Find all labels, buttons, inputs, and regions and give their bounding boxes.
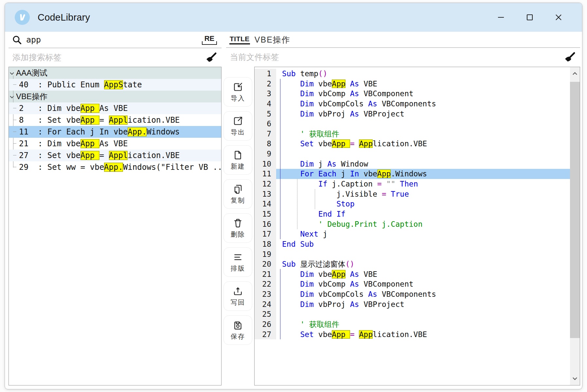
code-line[interactable]: 14 Stop (255, 199, 570, 209)
import-button[interactable]: 导入 (223, 77, 252, 107)
chevron-down-icon (10, 96, 14, 98)
code-line[interactable]: 9 (255, 149, 570, 159)
code-line[interactable]: 20Sub 显示过滤窗体() (255, 259, 570, 269)
search-tag-bar (9, 48, 222, 67)
tree-group[interactable]: AAA测试 (9, 67, 221, 79)
code-line[interactable]: 10 Dim j As Window (255, 159, 570, 169)
code-line[interactable]: 4 Dim vbCompCols As VBComponents (255, 99, 570, 109)
clear-file-tags-broom-icon[interactable] (563, 51, 576, 63)
code-line[interactable]: 16 ' Debug.Print j.Caption (255, 219, 570, 229)
search-input[interactable] (26, 35, 202, 45)
code-line[interactable]: 23 Dim vbCompCols As VBComponents (255, 289, 570, 299)
file-tag-bar (226, 48, 580, 66)
line-number: 6 (255, 119, 276, 129)
line-number: 12 (255, 179, 276, 189)
tree-group[interactable]: VBE操作 (9, 91, 221, 102)
copy-icon (232, 184, 244, 195)
snippet-item[interactable]: 21 : Dim vbeApp As VBE (9, 138, 221, 150)
code-line[interactable]: 6 (255, 119, 570, 129)
scroll-down-arrow[interactable] (570, 372, 580, 385)
code-line[interactable]: 8 Set vbeApp = Application.VBE (255, 139, 570, 149)
copy-button[interactable]: 复制 (223, 179, 252, 209)
snippet-item[interactable]: 11 : For Each j In vbeApp.Windows (9, 126, 221, 138)
line-number: 23 (255, 289, 276, 299)
code-line[interactable]: 5 Dim vbProj As VBProject (255, 109, 570, 119)
line-number: 1 (255, 69, 276, 79)
line-number: 20 (255, 259, 276, 269)
line-number: 27 (255, 330, 276, 340)
export-icon (232, 116, 244, 127)
save-button[interactable]: 保存 (223, 315, 252, 345)
line-number: 9 (255, 149, 276, 159)
writeback-button[interactable]: 写回 (223, 281, 252, 311)
trash-icon (232, 218, 244, 229)
minimize-button[interactable] (496, 12, 506, 23)
code-line[interactable]: 11 For Each j In vbeApp.Windows (255, 169, 570, 179)
code-line[interactable]: 13 j.Visible = True (255, 189, 570, 199)
indent-guide (297, 179, 297, 229)
close-button[interactable] (553, 12, 564, 23)
snippet-item[interactable]: 27 : Set vbeApp = Application.VBE (9, 150, 221, 161)
line-number: 14 (255, 199, 276, 209)
line-number: 15 (255, 209, 276, 219)
code-editor[interactable]: 1Sub temp()2 Dim vbeApp As VBE3 Dim vbCo… (254, 67, 580, 385)
delete-button[interactable]: 删除 (223, 213, 252, 243)
file-title[interactable]: VBE操作 (255, 34, 291, 45)
line-number: 13 (255, 189, 276, 199)
vertical-scrollbar[interactable] (570, 67, 580, 385)
line-number: 19 (255, 249, 276, 259)
save-floppy-icon (232, 320, 244, 331)
snippet-item[interactable]: 8 : Set vbeApp = Application.VBE (9, 114, 221, 126)
export-button[interactable]: 导出 (223, 111, 252, 141)
line-number: 4 (255, 99, 276, 109)
code-line[interactable]: 2 Dim vbeApp As VBE (255, 79, 570, 89)
scrollbar-thumb[interactable] (570, 82, 580, 338)
title-label: TITLE (229, 35, 250, 45)
code-line[interactable]: 12 If j.Caption = "" Then (255, 179, 570, 189)
code-line[interactable]: 7 ' 获取组件 (255, 129, 570, 139)
toolbar: 导入 导出 新建 (222, 67, 254, 385)
snippet-item[interactable]: 2 : Dim vbeApp As VBE (9, 102, 221, 114)
code-line[interactable]: 22 Dim vbComp As VBComponent (255, 279, 570, 289)
scroll-up-arrow[interactable] (570, 67, 580, 80)
file-tag-input[interactable] (229, 52, 563, 62)
app-title: CodeLibrary (38, 12, 90, 23)
line-number: 18 (255, 239, 276, 249)
code-line[interactable]: 17 Next j (255, 229, 570, 239)
search-tag-input[interactable] (12, 52, 205, 62)
snippet-item[interactable]: 40 : Public Enum AppState (9, 79, 221, 91)
clear-tags-broom-icon[interactable] (205, 51, 218, 64)
maximize-button[interactable] (525, 12, 535, 23)
search-icon (12, 35, 22, 45)
code-line[interactable]: 25 (255, 309, 570, 319)
code-line[interactable]: 26 ' 获取组件 (255, 319, 570, 330)
line-number: 22 (255, 279, 276, 289)
app-logo-icon (15, 10, 30, 25)
code-line[interactable]: 24 Dim vbProj As VBProject (255, 299, 570, 310)
snippet-list[interactable]: AAA测试40 : Public Enum AppStateVBE操作2 : D… (9, 67, 222, 385)
line-number: 21 (255, 269, 276, 279)
code-line[interactable]: 3 Dim vbComp As VBComponent (255, 89, 570, 99)
code-line[interactable]: 15 End If (255, 209, 570, 219)
code-line[interactable]: 21 Dim vbeApp As VBE (255, 269, 570, 279)
code-line[interactable]: 1Sub temp() (255, 69, 570, 79)
regex-toggle-icon[interactable]: RE (202, 35, 217, 45)
indent-guide (315, 189, 315, 209)
format-button[interactable]: 排版 (223, 247, 252, 277)
line-number: 5 (255, 109, 276, 119)
file-title-bar: TITLE VBE操作 (226, 32, 580, 48)
indent-guide (280, 79, 280, 239)
snippet-item[interactable]: 29 : Set ww = vbeApp.Windows("Filter VB … (9, 161, 221, 173)
line-number: 17 (255, 229, 276, 239)
code-line[interactable]: 27 Set vbeApp = Application.VBE (255, 330, 570, 340)
upload-icon (232, 286, 244, 297)
search-bar: RE (9, 32, 222, 48)
new-file-icon (232, 150, 244, 161)
line-number: 25 (255, 309, 276, 319)
new-button[interactable]: 新建 (223, 145, 252, 175)
code-line[interactable]: 18End Sub (255, 239, 570, 249)
titlebar[interactable]: CodeLibrary (5, 3, 582, 32)
code-line[interactable]: 19 (255, 249, 570, 259)
format-lines-icon (232, 252, 244, 263)
line-number: 3 (255, 89, 276, 99)
